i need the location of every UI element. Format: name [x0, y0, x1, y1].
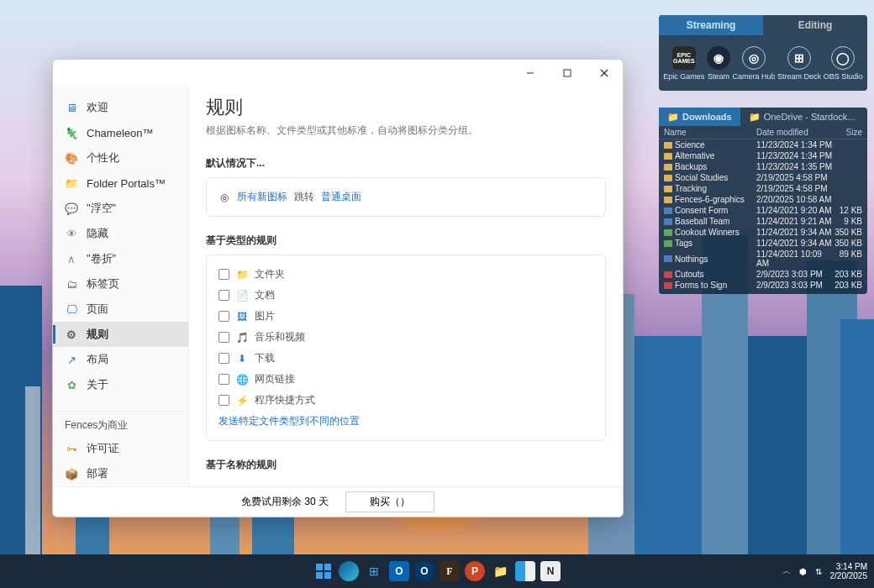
sidebar-item-label: 个性化 [87, 150, 119, 165]
sidebar-item[interactable]: 🗝许可证 [53, 436, 188, 461]
file-row[interactable]: Cookout Winners11/24/2021 9:34 AM350 KB [659, 227, 867, 238]
outlook-icon[interactable]: O [389, 561, 409, 581]
fence-tab-label: Downloads [682, 112, 732, 122]
powerpoint-icon[interactable]: P [465, 561, 485, 581]
sidebar-icon: 🦎 [65, 127, 78, 139]
edge-icon[interactable] [339, 561, 359, 581]
col-date[interactable]: Date modified [756, 128, 834, 137]
sidebar-item[interactable]: ↗布局 [53, 347, 188, 372]
file-row[interactable]: Social Studies2/19/2025 4:58 PM [659, 172, 867, 183]
sidebar-item[interactable]: 💬"浮空" [53, 196, 188, 221]
sidebar-item[interactable]: 🗂标签页 [53, 271, 188, 297]
rule-checkbox[interactable] [218, 311, 229, 322]
sidebar-icon: 🗂 [65, 278, 78, 290]
type-rule-row[interactable]: ⬇下载 [218, 348, 593, 369]
file-row[interactable]: Tracking2/19/2025 4:58 PM [659, 183, 867, 194]
type-rule-row[interactable]: 🌐网页链接 [218, 369, 593, 390]
sidebar-icon: 💬 [65, 202, 78, 214]
default-target-link[interactable]: 普通桌面 [321, 190, 361, 204]
widget-tab-editing[interactable]: Editing [763, 15, 867, 35]
file-row[interactable]: Baseball Team11/24/2021 9:21 AM9 KB [659, 216, 867, 227]
fld-icon [664, 164, 672, 171]
fld-icon [664, 142, 672, 149]
type-rule-row[interactable]: 🎵音乐和视频 [218, 327, 593, 348]
file-date: 2/9/2023 3:03 PM [756, 281, 834, 290]
finder-icon[interactable] [515, 561, 535, 581]
widget-app-obs[interactable]: ◯OBS Studio [824, 46, 863, 81]
explorer-icon[interactable]: ⊞ [364, 561, 384, 581]
widget-app-cam[interactable]: ◎Camera Hub [732, 46, 775, 81]
rule-checkbox[interactable] [218, 290, 229, 301]
file-row[interactable]: Cutouts2/9/2023 3:03 PM203 KB [659, 269, 867, 280]
notion-icon[interactable]: N [540, 561, 561, 581]
sidebar-item-label: 标签页 [87, 276, 119, 291]
minimize-button[interactable] [512, 60, 549, 86]
maximize-button[interactable] [549, 60, 586, 86]
pdf-icon [664, 271, 672, 278]
type-rule-row[interactable]: 📄文档 [218, 285, 593, 306]
sidebar-item[interactable]: 🖵页面 [53, 297, 188, 322]
type-rules-card: 📁文件夹📄文档🖼图片🎵音乐和视频⬇下载🌐网页链接⚡程序快捷方式 发送特定文件类型… [206, 255, 606, 441]
rule-checkbox[interactable] [218, 269, 229, 280]
widget-tab-streaming[interactable]: Streaming [659, 15, 763, 35]
fence-tab-onedrive[interactable]: 📁 OneDrive - Stardock... [740, 108, 867, 126]
sidebar-item[interactable]: ✿关于 [53, 372, 188, 397]
file-row[interactable]: Backups11/23/2024 1:35 PM [659, 161, 867, 172]
tray-network-icon[interactable]: ⇅ [815, 567, 822, 576]
close-button[interactable] [586, 60, 623, 86]
sidebar-item[interactable]: ⚙规则 [53, 322, 188, 347]
file-row[interactable]: Science11/23/2024 1:34 PM [659, 139, 867, 150]
page-subtitle: 根据图标名称、文件类型或其他标准，自动将图标分类分组。 [206, 123, 606, 138]
buy-button[interactable]: 购买（） [345, 491, 434, 512]
rule-checkbox[interactable] [218, 395, 229, 406]
widget-app-steam[interactable]: ◉Steam [707, 46, 730, 81]
taskbar-clock[interactable]: 3:14 PM 2/20/2025 [830, 562, 868, 581]
file-row[interactable]: Alternative11/23/2024 1:34 PM [659, 150, 867, 161]
default-rule-card[interactable]: ◎ 所有新图标 跳转 普通桌面 [206, 177, 606, 217]
file-row[interactable]: Consent Form11/24/2021 9:20 AM12 KB [659, 205, 867, 216]
col-name[interactable]: Name [664, 128, 756, 137]
sidebar-item[interactable]: 🖥欢迎 [53, 95, 188, 120]
svg-rect-6 [316, 572, 323, 579]
rule-checkbox[interactable] [218, 332, 229, 343]
doc-icon [664, 207, 672, 214]
col-size[interactable]: Size [834, 128, 862, 137]
sidebar-item[interactable]: 📁Folder Portals™ [53, 171, 188, 196]
sidebar-item[interactable]: ∧"卷折" [53, 246, 188, 271]
app-o-icon[interactable]: O [414, 561, 434, 581]
file-size [834, 173, 862, 182]
type-rule-label: 音乐和视频 [255, 330, 305, 344]
app-f-icon[interactable]: F [440, 561, 460, 581]
file-explorer-icon[interactable]: 📁 [490, 561, 510, 581]
type-rule-row[interactable]: 🖼图片 [218, 306, 593, 327]
widget-app-deck[interactable]: ⊞Stream Deck [777, 46, 821, 81]
taskbar[interactable]: ⊞ O O F P 📁 N ︿ ⬢ ⇅ 3:14 PM 2/20/2025 [0, 554, 874, 588]
file-date: 11/24/2021 9:20 AM [756, 206, 834, 215]
sidebar-icon: 🗝 [65, 443, 78, 454]
type-rule-row[interactable]: 📁文件夹 [218, 264, 593, 285]
sidebar-item[interactable]: 📦部署 [53, 461, 188, 486]
type-rule-label: 程序快捷方式 [255, 393, 315, 407]
tray-app-icon[interactable]: ⬢ [799, 567, 807, 576]
file-row[interactable]: Nothings11/24/2021 10:09 AM89 KB [659, 249, 867, 269]
file-row[interactable]: Fences-6-graphics2/20/2025 10:58 AM [659, 194, 867, 205]
file-row[interactable]: Forms to Sign2/9/2023 3:03 PM203 KB [659, 280, 867, 291]
rule-checkbox[interactable] [218, 374, 229, 385]
titlebar[interactable] [53, 60, 623, 87]
tray-chevron-icon[interactable]: ︿ [782, 565, 791, 577]
widget-app-epic[interactable]: EPICGAMESEpic Games [663, 46, 704, 81]
type-rule-row[interactable]: ⚡程序快捷方式 [218, 390, 593, 411]
file-size: 203 KB [834, 281, 862, 290]
file-size: 350 KB [834, 239, 862, 248]
sidebar-item[interactable]: 🦎Chameleon™ [53, 120, 188, 145]
file-row[interactable]: Tags11/24/2021 9:34 AM350 KB [659, 238, 867, 249]
rule-checkbox[interactable] [218, 353, 229, 364]
fld-icon [664, 153, 672, 160]
fence-tab-downloads[interactable]: 📁 Downloads [659, 108, 740, 126]
sidebar-item[interactable]: 👁隐藏 [53, 221, 188, 246]
start-button[interactable] [313, 561, 334, 581]
send-types-link[interactable]: 发送特定文件类型到不同的位置 [218, 414, 360, 428]
file-size: 12 KB [834, 206, 862, 215]
default-prefix-link[interactable]: 所有新图标 [237, 190, 287, 204]
sidebar-item[interactable]: 🎨个性化 [53, 145, 188, 171]
